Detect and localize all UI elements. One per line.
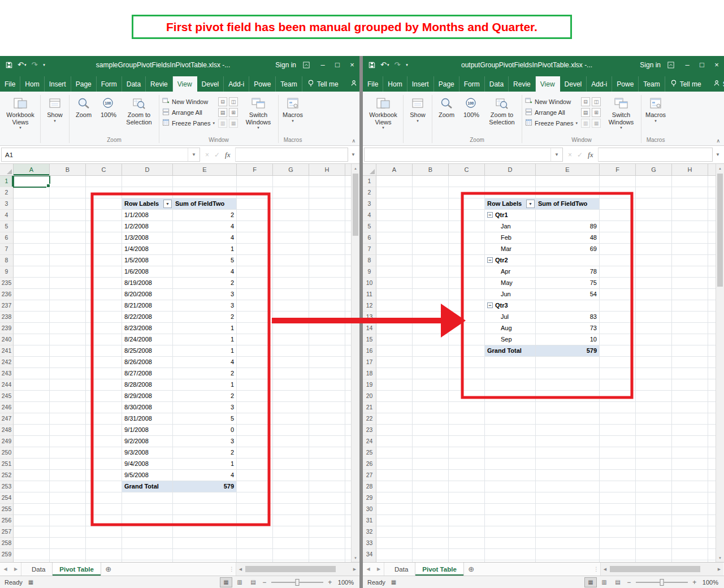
cell-F248[interactable] bbox=[237, 425, 273, 436]
cell-C2[interactable] bbox=[449, 187, 485, 198]
cell-H10[interactable] bbox=[672, 278, 708, 289]
cell-B32[interactable] bbox=[413, 526, 449, 538]
tab-scroll-splitter[interactable]: ⋮ bbox=[592, 563, 600, 576]
cell-D2[interactable] bbox=[122, 187, 173, 198]
macros-button[interactable]: Macros▾ bbox=[643, 94, 668, 136]
cell-A25[interactable] bbox=[376, 447, 413, 459]
column-header-F[interactable]: F bbox=[600, 164, 636, 176]
cell-G35[interactable] bbox=[636, 560, 672, 562]
cell-B9[interactable] bbox=[413, 266, 449, 278]
freeze-panes-button[interactable]: Freeze Panes▾ bbox=[162, 119, 215, 127]
cell-D1[interactable] bbox=[122, 176, 173, 187]
cell-G15[interactable] bbox=[636, 334, 672, 345]
cell-A4[interactable] bbox=[14, 210, 50, 221]
cell-F256[interactable] bbox=[237, 515, 273, 526]
reset-window-position-icon[interactable]: ▦ bbox=[229, 119, 238, 128]
row-header-14[interactable]: 14 bbox=[363, 323, 376, 334]
ribbon-tab-add-i[interactable]: Add-i bbox=[224, 76, 249, 92]
column-header-G[interactable]: G bbox=[636, 164, 672, 176]
cell-E33[interactable] bbox=[536, 538, 600, 549]
cell-E254[interactable] bbox=[173, 492, 237, 504]
cell-B249[interactable] bbox=[50, 436, 86, 447]
cell-E23[interactable] bbox=[536, 425, 600, 436]
cell-G252[interactable] bbox=[273, 470, 309, 481]
cell-G24[interactable] bbox=[636, 436, 672, 447]
cell-G8[interactable] bbox=[636, 255, 672, 266]
cell-F33[interactable] bbox=[600, 538, 636, 549]
cell-G31[interactable] bbox=[636, 515, 672, 526]
cell-A9[interactable] bbox=[376, 266, 413, 278]
cell-F35[interactable] bbox=[600, 560, 636, 562]
cell-B9[interactable] bbox=[50, 266, 86, 278]
cell-C17[interactable] bbox=[449, 357, 485, 368]
cell-E255[interactable] bbox=[173, 504, 237, 515]
cell-C10[interactable] bbox=[449, 278, 485, 289]
cell-C252[interactable] bbox=[86, 470, 122, 481]
save-icon[interactable] bbox=[6, 62, 12, 68]
cell-G250[interactable] bbox=[273, 447, 309, 459]
cell-A245[interactable] bbox=[14, 391, 50, 402]
cell-H240[interactable] bbox=[309, 334, 345, 345]
cell-F4[interactable] bbox=[237, 210, 273, 221]
zoom-level[interactable]: 100% bbox=[699, 579, 724, 586]
cell-B6[interactable] bbox=[50, 232, 86, 244]
cell-G260[interactable] bbox=[273, 560, 309, 562]
cell-H3[interactable] bbox=[309, 198, 345, 210]
cell-C16[interactable] bbox=[449, 345, 485, 357]
cell-F249[interactable] bbox=[237, 436, 273, 447]
ribbon-display-options-icon[interactable] bbox=[667, 62, 674, 68]
cell-G254[interactable] bbox=[273, 492, 309, 504]
cell-G30[interactable] bbox=[636, 504, 672, 515]
cell-H243[interactable] bbox=[309, 368, 345, 379]
cell-D252[interactable]: 9/5/2008 bbox=[122, 470, 173, 481]
cell-H260[interactable] bbox=[309, 560, 345, 562]
minimize-button[interactable]: – bbox=[315, 60, 330, 69]
cell-H1[interactable] bbox=[309, 176, 345, 187]
cell-C1[interactable] bbox=[86, 176, 122, 187]
cell-C9[interactable] bbox=[86, 266, 122, 278]
close-button[interactable]: × bbox=[709, 60, 724, 69]
row-header-12[interactable]: 12 bbox=[363, 300, 376, 312]
cell-B246[interactable] bbox=[50, 402, 86, 413]
row-header-242[interactable]: 242 bbox=[0, 357, 14, 368]
cell-G244[interactable] bbox=[273, 379, 309, 391]
cell-A6[interactable] bbox=[14, 232, 50, 244]
scroll-up-icon[interactable]: ▲ bbox=[716, 164, 724, 172]
cell-B253[interactable] bbox=[50, 481, 86, 492]
cell-E8[interactable]: 5 bbox=[173, 255, 237, 266]
cell-F7[interactable] bbox=[237, 244, 273, 255]
zoom-button[interactable]: Zoom bbox=[71, 94, 96, 136]
cell-A3[interactable] bbox=[376, 198, 413, 210]
cell-C5[interactable] bbox=[449, 221, 485, 232]
page-layout-view-icon[interactable]: ▥ bbox=[598, 577, 610, 587]
cell-H17[interactable] bbox=[672, 357, 708, 368]
zoom-slider[interactable] bbox=[271, 582, 323, 583]
row-header-252[interactable]: 252 bbox=[0, 470, 14, 481]
cell-A31[interactable] bbox=[376, 515, 413, 526]
column-header-C[interactable]: C bbox=[86, 164, 122, 176]
zoom-to-selection-button[interactable]: Zoom to Selection bbox=[121, 94, 157, 136]
cell-E5[interactable]: 89 bbox=[536, 221, 600, 232]
cell-G247[interactable] bbox=[273, 413, 309, 425]
cell-D21[interactable] bbox=[485, 402, 536, 413]
cell-B255[interactable] bbox=[50, 504, 86, 515]
cell-A252[interactable] bbox=[14, 470, 50, 481]
cell-B257[interactable] bbox=[50, 526, 86, 538]
cell-A22[interactable] bbox=[376, 413, 413, 425]
cell-B8[interactable] bbox=[413, 255, 449, 266]
cell-E12[interactable] bbox=[536, 300, 600, 312]
row-header-31[interactable]: 31 bbox=[363, 515, 376, 526]
horizontal-scrollbar[interactable]: ◀ ▶ bbox=[236, 563, 359, 576]
row-header-253[interactable]: 253 bbox=[0, 481, 14, 492]
row-header-2[interactable]: 2 bbox=[0, 187, 14, 198]
cell-C4[interactable] bbox=[449, 210, 485, 221]
cell-A243[interactable] bbox=[14, 368, 50, 379]
row-header-250[interactable]: 250 bbox=[0, 447, 14, 459]
cell-E4[interactable]: 2 bbox=[173, 210, 237, 221]
row-header-247[interactable]: 247 bbox=[0, 413, 14, 425]
cell-B28[interactable] bbox=[413, 481, 449, 492]
column-header-E[interactable]: E bbox=[536, 164, 600, 176]
row-header-20[interactable]: 20 bbox=[363, 391, 376, 402]
row-header-6[interactable]: 6 bbox=[0, 232, 14, 244]
cell-B13[interactable] bbox=[413, 312, 449, 323]
